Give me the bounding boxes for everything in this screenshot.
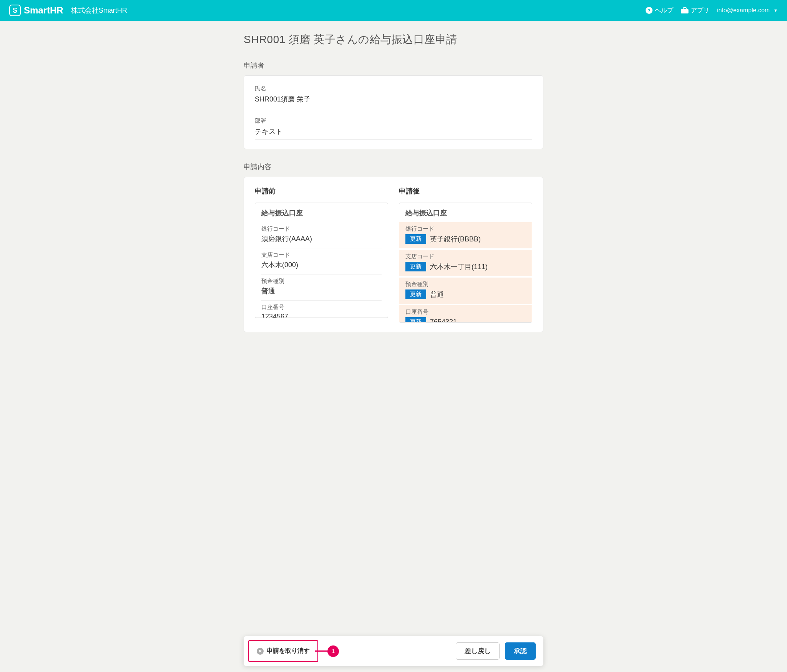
field-label: 支店コード — [405, 253, 526, 260]
after-box-title: 給与振込口座 — [405, 208, 526, 218]
header-right: ? ヘルプ アプリ info@example.com ▼ — [646, 7, 778, 15]
before-box: 給与振込口座 銀行コード 須磨銀行(AAAA) 支店コード 六本木(000) 預… — [255, 203, 388, 318]
applicant-name-field: 氏名 SHR001須磨 栄子 — [255, 85, 532, 107]
account-email: info@example.com — [717, 7, 770, 14]
account-menu[interactable]: info@example.com ▼ — [717, 7, 778, 14]
applicant-section-label: 申請者 — [244, 61, 543, 70]
before-bank-code: 銀行コード 須磨銀行(AAAA) — [261, 222, 382, 248]
field-text: 六本木一丁目(111) — [430, 262, 488, 271]
main-container: SHR001 須磨 英子さんの給与振込口座申請 申請者 氏名 SHR001須磨 … — [244, 21, 543, 399]
page-title: SHR001 須磨 英子さんの給与振込口座申請 — [244, 32, 543, 47]
field-label: 銀行コード — [405, 225, 526, 233]
before-deposit-type: 預金種別 普通 — [261, 274, 382, 301]
field-text: 7654321 — [430, 318, 457, 322]
global-header: S SmartHR 株式会社SmartHR ? ヘルプ アプリ info@exa… — [0, 0, 787, 21]
apps-label: アプリ — [691, 7, 709, 15]
field-text: 普通 — [430, 290, 444, 299]
toolbox-icon — [681, 7, 689, 13]
company-name: 株式会社SmartHR — [71, 6, 127, 15]
after-box: 給与振込口座 銀行コード 更新 英子銀行(BBBB) 支店コード 更新 六本木一… — [399, 203, 532, 323]
field-value: 更新 普通 — [405, 289, 526, 299]
field-value: 更新 英子銀行(BBBB) — [405, 234, 526, 244]
brand-logo[interactable]: S SmartHR — [9, 5, 63, 16]
brand-name: SmartHR — [24, 5, 63, 16]
after-deposit-type: 預金種別 更新 普通 — [399, 278, 532, 305]
field-value: 更新 7654321 — [405, 317, 526, 322]
update-badge: 更新 — [405, 317, 426, 322]
field-value: 須磨銀行(AAAA) — [261, 234, 382, 243]
after-column: 申請後 給与振込口座 銀行コード 更新 英子銀行(BBBB) 支店コード 更新 … — [399, 186, 532, 323]
before-account-no: 口座番号 1234567 — [261, 301, 382, 318]
update-badge: 更新 — [405, 262, 426, 271]
field-value: 1234567 — [261, 313, 382, 318]
applicant-name-label: 氏名 — [255, 85, 532, 92]
applicant-dept-label: 部署 — [255, 117, 532, 125]
after-branch-code: 支店コード 更新 六本木一丁目(111) — [399, 250, 532, 278]
content-section-label: 申請内容 — [244, 162, 543, 171]
applicant-card: 氏名 SHR001須磨 栄子 部署 テキスト — [244, 75, 543, 149]
field-label: 銀行コード — [261, 225, 382, 233]
apps-link[interactable]: アプリ — [681, 7, 709, 15]
update-badge: 更新 — [405, 234, 426, 244]
help-icon: ? — [646, 7, 653, 14]
help-link[interactable]: ? ヘルプ — [646, 7, 673, 15]
field-label: 支店コード — [261, 251, 382, 259]
field-label: 口座番号 — [261, 304, 382, 311]
after-bank-code: 銀行コード 更新 英子銀行(BBBB) — [399, 222, 532, 250]
chevron-down-icon: ▼ — [774, 8, 778, 13]
compare-card: 申請前 給与振込口座 銀行コード 須磨銀行(AAAA) 支店コード 六本木(00… — [244, 177, 543, 332]
field-label: 預金種別 — [405, 281, 526, 288]
before-branch-code: 支店コード 六本木(000) — [261, 248, 382, 274]
help-label: ヘルプ — [655, 7, 673, 15]
field-label: 口座番号 — [405, 308, 526, 316]
field-value: 普通 — [261, 286, 382, 296]
field-value: 六本木(000) — [261, 260, 382, 269]
applicant-name-value: SHR001須磨 栄子 — [255, 95, 532, 107]
before-heading: 申請前 — [255, 186, 388, 196]
field-value: 更新 六本木一丁目(111) — [405, 262, 526, 271]
applicant-dept-field: 部署 テキスト — [255, 117, 532, 140]
field-label: 預金種別 — [261, 278, 382, 285]
logo-icon: S — [9, 5, 21, 16]
before-box-title: 給与振込口座 — [261, 208, 382, 218]
field-text: 英子銀行(BBBB) — [430, 235, 481, 244]
applicant-dept-value: テキスト — [255, 127, 532, 140]
after-heading: 申請後 — [399, 186, 532, 196]
after-account-no: 口座番号 更新 7654321 — [399, 305, 532, 322]
update-badge: 更新 — [405, 289, 426, 299]
before-column: 申請前 給与振込口座 銀行コード 須磨銀行(AAAA) 支店コード 六本木(00… — [255, 186, 388, 323]
